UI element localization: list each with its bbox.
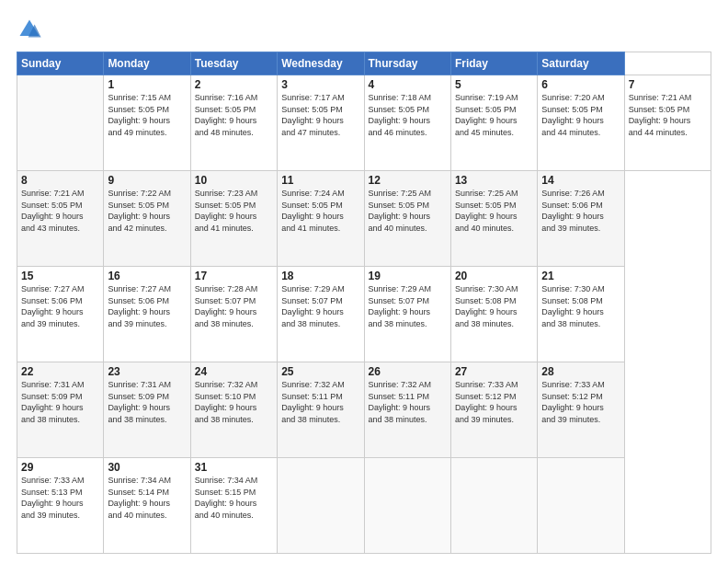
day-cell-5: 5Sunrise: 7:19 AM Sunset: 5:05 PM Daylig…: [450, 75, 537, 171]
day-number: 23: [108, 365, 186, 378]
header-day-sunday: Sunday: [17, 52, 104, 75]
day-number: 31: [195, 461, 273, 474]
page: SundayMondayTuesdayWednesdayThursdayFrid…: [0, 0, 728, 563]
day-number: 10: [195, 174, 273, 187]
empty-cell: [278, 458, 364, 554]
day-info: Sunrise: 7:26 AM Sunset: 5:06 PM Dayligh…: [541, 188, 620, 234]
day-cell-18: 18Sunrise: 7:29 AM Sunset: 5:07 PM Dayli…: [278, 267, 364, 362]
day-info: Sunrise: 7:33 AM Sunset: 5:12 PM Dayligh…: [455, 379, 533, 425]
day-number: 19: [369, 270, 447, 282]
day-number: 9: [108, 174, 186, 187]
day-number: 14: [541, 174, 620, 187]
day-number: 13: [455, 174, 533, 187]
logo-icon: [17, 17, 42, 42]
day-cell-29: 29Sunrise: 7:33 AM Sunset: 5:13 PM Dayli…: [17, 458, 104, 554]
day-cell-8: 8Sunrise: 7:21 AM Sunset: 5:05 PM Daylig…: [17, 171, 104, 267]
day-info: Sunrise: 7:31 AM Sunset: 5:09 PM Dayligh…: [108, 379, 186, 425]
day-info: Sunrise: 7:25 AM Sunset: 5:05 PM Dayligh…: [369, 188, 447, 234]
day-info: Sunrise: 7:17 AM Sunset: 5:05 PM Dayligh…: [281, 92, 359, 138]
week-row-4: 29Sunrise: 7:33 AM Sunset: 5:13 PM Dayli…: [17, 458, 711, 554]
day-cell-13: 13Sunrise: 7:25 AM Sunset: 5:05 PM Dayli…: [450, 171, 537, 267]
logo: [17, 17, 46, 42]
header-day-thursday: Thursday: [364, 52, 450, 75]
day-number: 3: [281, 78, 359, 91]
week-row-3: 22Sunrise: 7:31 AM Sunset: 5:09 PM Dayli…: [17, 362, 711, 458]
day-cell-17: 17Sunrise: 7:28 AM Sunset: 5:07 PM Dayli…: [190, 267, 277, 362]
day-cell-4: 4Sunrise: 7:18 AM Sunset: 5:05 PM Daylig…: [364, 75, 450, 171]
day-info: Sunrise: 7:27 AM Sunset: 5:06 PM Dayligh…: [108, 283, 186, 329]
day-number: 6: [541, 78, 620, 91]
day-number: 24: [195, 365, 273, 378]
day-info: Sunrise: 7:23 AM Sunset: 5:05 PM Dayligh…: [195, 188, 273, 234]
empty-cell: [17, 75, 104, 171]
day-cell-7: 7Sunrise: 7:21 AM Sunset: 5:05 PM Daylig…: [624, 75, 711, 171]
day-info: Sunrise: 7:28 AM Sunset: 5:07 PM Dayligh…: [195, 283, 273, 329]
day-info: Sunrise: 7:29 AM Sunset: 5:07 PM Dayligh…: [369, 283, 447, 329]
day-number: 26: [369, 365, 447, 378]
day-info: Sunrise: 7:19 AM Sunset: 5:05 PM Dayligh…: [455, 92, 533, 138]
day-number: 17: [195, 270, 273, 282]
day-info: Sunrise: 7:34 AM Sunset: 5:14 PM Dayligh…: [108, 475, 186, 521]
day-number: 5: [455, 78, 533, 91]
header-row: SundayMondayTuesdayWednesdayThursdayFrid…: [17, 52, 711, 75]
calendar-body: 1Sunrise: 7:15 AM Sunset: 5:05 PM Daylig…: [17, 75, 711, 554]
header-day-tuesday: Tuesday: [190, 52, 277, 75]
day-cell-20: 20Sunrise: 7:30 AM Sunset: 5:08 PM Dayli…: [450, 267, 537, 362]
day-cell-6: 6Sunrise: 7:20 AM Sunset: 5:05 PM Daylig…: [538, 75, 624, 171]
day-number: 8: [21, 174, 99, 187]
day-cell-2: 2Sunrise: 7:16 AM Sunset: 5:05 PM Daylig…: [190, 75, 277, 171]
day-info: Sunrise: 7:18 AM Sunset: 5:05 PM Dayligh…: [369, 92, 447, 138]
day-number: 1: [108, 78, 186, 91]
day-cell-28: 28Sunrise: 7:33 AM Sunset: 5:12 PM Dayli…: [538, 362, 624, 458]
day-cell-25: 25Sunrise: 7:32 AM Sunset: 5:11 PM Dayli…: [278, 362, 364, 458]
day-info: Sunrise: 7:31 AM Sunset: 5:09 PM Dayligh…: [21, 379, 99, 425]
day-info: Sunrise: 7:29 AM Sunset: 5:07 PM Dayligh…: [281, 283, 359, 329]
day-cell-23: 23Sunrise: 7:31 AM Sunset: 5:09 PM Dayli…: [104, 362, 190, 458]
day-info: Sunrise: 7:22 AM Sunset: 5:05 PM Dayligh…: [108, 188, 186, 234]
header-day-friday: Friday: [450, 52, 537, 75]
day-cell-19: 19Sunrise: 7:29 AM Sunset: 5:07 PM Dayli…: [364, 267, 450, 362]
day-cell-26: 26Sunrise: 7:32 AM Sunset: 5:11 PM Dayli…: [364, 362, 450, 458]
week-row-2: 15Sunrise: 7:27 AM Sunset: 5:06 PM Dayli…: [17, 267, 711, 362]
day-info: Sunrise: 7:15 AM Sunset: 5:05 PM Dayligh…: [108, 92, 186, 138]
day-info: Sunrise: 7:33 AM Sunset: 5:12 PM Dayligh…: [541, 379, 620, 425]
week-row-0: 1Sunrise: 7:15 AM Sunset: 5:05 PM Daylig…: [17, 75, 711, 171]
day-cell-12: 12Sunrise: 7:25 AM Sunset: 5:05 PM Dayli…: [364, 171, 450, 267]
day-info: Sunrise: 7:20 AM Sunset: 5:05 PM Dayligh…: [541, 92, 620, 138]
header-day-wednesday: Wednesday: [278, 52, 364, 75]
header-day-monday: Monday: [104, 52, 190, 75]
empty-cell: [364, 458, 450, 554]
day-info: Sunrise: 7:30 AM Sunset: 5:08 PM Dayligh…: [455, 283, 533, 329]
day-number: 27: [455, 365, 533, 378]
day-cell-3: 3Sunrise: 7:17 AM Sunset: 5:05 PM Daylig…: [278, 75, 364, 171]
day-cell-16: 16Sunrise: 7:27 AM Sunset: 5:06 PM Dayli…: [104, 267, 190, 362]
day-cell-31: 31Sunrise: 7:34 AM Sunset: 5:15 PM Dayli…: [190, 458, 277, 554]
day-number: 29: [21, 461, 99, 474]
day-number: 7: [629, 78, 707, 91]
day-cell-10: 10Sunrise: 7:23 AM Sunset: 5:05 PM Dayli…: [190, 171, 277, 267]
day-number: 4: [369, 78, 447, 91]
day-cell-1: 1Sunrise: 7:15 AM Sunset: 5:05 PM Daylig…: [104, 75, 190, 171]
day-number: 21: [541, 270, 620, 282]
day-cell-11: 11Sunrise: 7:24 AM Sunset: 5:05 PM Dayli…: [278, 171, 364, 267]
day-number: 11: [281, 174, 359, 187]
calendar-table: SundayMondayTuesdayWednesdayThursdayFrid…: [17, 52, 711, 554]
header-day-saturday: Saturday: [538, 52, 624, 75]
day-info: Sunrise: 7:32 AM Sunset: 5:10 PM Dayligh…: [195, 379, 273, 425]
day-cell-21: 21Sunrise: 7:30 AM Sunset: 5:08 PM Dayli…: [538, 267, 624, 362]
day-number: 18: [281, 270, 359, 282]
day-info: Sunrise: 7:30 AM Sunset: 5:08 PM Dayligh…: [541, 283, 620, 329]
day-cell-22: 22Sunrise: 7:31 AM Sunset: 5:09 PM Dayli…: [17, 362, 104, 458]
day-info: Sunrise: 7:25 AM Sunset: 5:05 PM Dayligh…: [455, 188, 533, 234]
day-number: 15: [21, 270, 99, 282]
day-number: 22: [21, 365, 99, 378]
day-number: 16: [108, 270, 186, 282]
week-row-1: 8Sunrise: 7:21 AM Sunset: 5:05 PM Daylig…: [17, 171, 711, 267]
day-cell-30: 30Sunrise: 7:34 AM Sunset: 5:14 PM Dayli…: [104, 458, 190, 554]
day-cell-14: 14Sunrise: 7:26 AM Sunset: 5:06 PM Dayli…: [538, 171, 624, 267]
day-info: Sunrise: 7:21 AM Sunset: 5:05 PM Dayligh…: [21, 188, 99, 234]
day-number: 2: [195, 78, 273, 91]
day-info: Sunrise: 7:32 AM Sunset: 5:11 PM Dayligh…: [281, 379, 359, 425]
empty-cell: [538, 458, 624, 554]
day-info: Sunrise: 7:21 AM Sunset: 5:05 PM Dayligh…: [629, 92, 707, 138]
